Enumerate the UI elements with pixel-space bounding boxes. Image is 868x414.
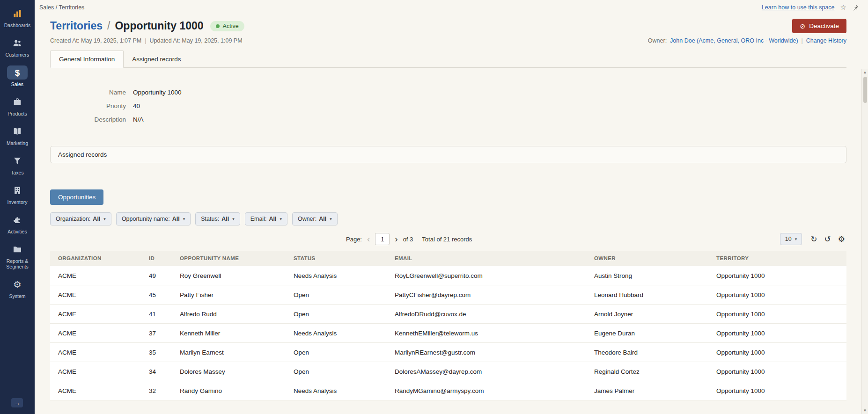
general-information-fields: NameOpportunity 1000Priority40Descriptio… — [50, 86, 846, 126]
page-size-select[interactable]: 10 ▾ — [780, 233, 802, 245]
prev-page-button[interactable]: ‹ — [366, 234, 371, 244]
field-value: N/A — [133, 113, 144, 126]
page-title: Opportunity 1000 — [115, 20, 203, 32]
table-row[interactable]: ACME32Randy GaminoNeeds AnalysisRandyMGa… — [50, 381, 846, 400]
sidebar-item-label: Products — [7, 111, 27, 116]
filter-value: All — [172, 216, 180, 222]
sidebar-item-sales[interactable]: $Sales — [1, 61, 34, 91]
sidebar-item-inventory[interactable]: Inventory — [1, 179, 34, 209]
table-cell: MarilynREarnest@gustr.com — [387, 343, 586, 362]
chevron-down-icon: ▾ — [183, 217, 185, 221]
sidebar-item-system[interactable]: ⚙System — [1, 273, 34, 303]
table-cell: ACME — [50, 324, 141, 343]
next-page-button[interactable]: › — [394, 234, 398, 244]
tabs-bar: General InformationAssigned records — [50, 51, 846, 68]
scrollbar-thumb[interactable] — [863, 77, 867, 103]
dollar-icon: $ — [7, 65, 28, 80]
filter-label: Opportunity name: — [122, 216, 170, 222]
column-header-owner[interactable]: OWNER — [586, 251, 708, 266]
table-row[interactable]: ACME41Alfredo RuddOpenAlfredoDRudd@cuvox… — [50, 305, 846, 324]
table-cell: Opportunity 1000 — [708, 343, 846, 362]
table-cell: ACME — [50, 362, 141, 381]
filter-organization[interactable]: Organization: All▾ — [50, 212, 111, 225]
column-header-id[interactable]: ID — [141, 251, 172, 266]
building-icon — [7, 183, 28, 197]
refresh-icon[interactable]: ↻ — [809, 235, 818, 243]
table-cell: 45 — [141, 285, 172, 305]
deactivate-button[interactable]: ⊘ Deactivate — [792, 19, 846, 33]
table-cell: Alfredo Rudd — [172, 305, 286, 324]
change-history-link[interactable]: Change History — [806, 37, 846, 44]
sidebar-item-marketing[interactable]: Marketing — [1, 120, 34, 150]
sidebar-item-label: Marketing — [7, 140, 28, 146]
sidebar-item-dashboards[interactable]: Dashboards — [1, 2, 34, 32]
expand-arrow-icon: → — [14, 399, 20, 407]
created-at: Created At: May 19, 2025, 1:07 PM — [50, 37, 141, 44]
favorite-star-icon[interactable]: ☆ — [840, 3, 846, 12]
record-meta: Created At: May 19, 2025, 1:07 PM | Upda… — [50, 37, 846, 44]
table-cell: Open — [286, 305, 387, 324]
column-header-opportunity-name[interactable]: OPPORTUNITY NAME — [172, 251, 286, 266]
sidebar-item-label: System — [9, 293, 25, 299]
help-link[interactable]: Learn how to use this space — [762, 4, 835, 11]
page-number-input[interactable] — [375, 233, 390, 245]
sidebar-item-taxes[interactable]: Taxes — [1, 150, 34, 179]
slash-circle-icon: ⊘ — [800, 23, 805, 29]
table-row[interactable]: ACME37Kenneth MillerNeeds AnalysisKennet… — [50, 324, 846, 343]
sidebar-item-products[interactable]: Products — [1, 91, 34, 120]
sidebar-item-customers[interactable]: Customers — [1, 32, 34, 61]
table-row[interactable]: ACME35Marilyn EarnestOpenMarilynREarnest… — [50, 343, 846, 362]
field-row: DescriptionN/A — [50, 113, 846, 126]
sidebar-item-reports-segments[interactable]: Reports & Segments — [1, 238, 34, 273]
column-header-organization[interactable]: ORGANIZATION — [50, 251, 141, 266]
table-row[interactable]: ACME45Patty FisherOpenPattyCFisher@dayre… — [50, 285, 846, 305]
table-cell: Arnold Joyner — [586, 305, 708, 324]
filter-status[interactable]: Status: All▾ — [195, 212, 240, 225]
territories-breadcrumb-link[interactable]: Territories — [50, 20, 103, 32]
page-label: Page: — [346, 236, 362, 243]
table-cell: Needs Analysis — [286, 266, 387, 285]
meta-separator: | — [145, 37, 146, 44]
deactivate-button-label: Deactivate — [809, 22, 839, 29]
table-row[interactable]: ACME34Dolores MasseyOpenDoloresAMassey@d… — [50, 362, 846, 381]
filter-label: Organization: — [56, 216, 90, 222]
column-header-email[interactable]: EMAIL — [387, 251, 586, 266]
field-label: Description — [50, 113, 133, 126]
table-cell: Austin Strong — [586, 266, 708, 285]
grid-settings-gear-icon[interactable]: ⚙ — [837, 235, 846, 243]
opportunities-view-button[interactable]: Opportunities — [50, 189, 103, 205]
assigned-records-section-title: Assigned records — [58, 151, 107, 158]
owner-label: Owner: — [648, 37, 667, 44]
meta-separator-2: | — [802, 37, 803, 44]
tab-general-information[interactable]: General Information — [50, 51, 124, 68]
filter-value: All — [93, 216, 100, 222]
sidebar-items: DashboardsCustomers$SalesProductsMarketi… — [1, 2, 34, 303]
people-icon — [7, 36, 28, 50]
assigned-records-section-header[interactable]: Assigned records — [50, 146, 846, 163]
breadcrumb: Sales / Territories — [39, 4, 84, 11]
tab-assigned-records[interactable]: Assigned records — [124, 51, 189, 67]
table-row[interactable]: ACME49Roy GreenwellNeeds AnalysisRoyLGre… — [50, 266, 846, 285]
filter-email[interactable]: Email: All▾ — [245, 212, 287, 225]
pin-icon[interactable] — [852, 4, 859, 11]
field-row: Priority40 — [50, 99, 846, 113]
sidebar-expand-button[interactable]: → — [11, 398, 23, 407]
chevron-down-icon: ▾ — [103, 217, 106, 221]
table-cell: Randy Gamino — [172, 381, 286, 400]
sidebar-item-activities[interactable]: Activities — [1, 209, 34, 238]
field-row: NameOpportunity 1000 — [50, 86, 846, 99]
scroll-up-icon[interactable]: ▲ — [863, 69, 867, 76]
owner-link[interactable]: John Doe (Acme, General, ORO Inc - World… — [670, 37, 798, 44]
filters-bar: Organization: All▾Opportunity name: All▾… — [50, 212, 846, 225]
column-header-status[interactable]: STATUS — [286, 251, 387, 266]
filter-owner[interactable]: Owner: All▾ — [292, 212, 338, 225]
table-cell: DoloresAMassey@dayrep.com — [387, 362, 586, 381]
reset-icon[interactable]: ↺ — [823, 235, 832, 243]
column-header-territory[interactable]: TERRITORY — [708, 251, 846, 266]
table-cell: Kenneth Miller — [172, 324, 286, 343]
vertical-scrollbar[interactable]: ▲ ▼ — [861, 69, 868, 414]
scroll-down-icon[interactable]: ▼ — [863, 407, 867, 414]
table-cell: Needs Analysis — [286, 324, 387, 343]
filter-opportunity-name[interactable]: Opportunity name: All▾ — [116, 212, 191, 225]
table-cell: 34 — [141, 362, 172, 381]
